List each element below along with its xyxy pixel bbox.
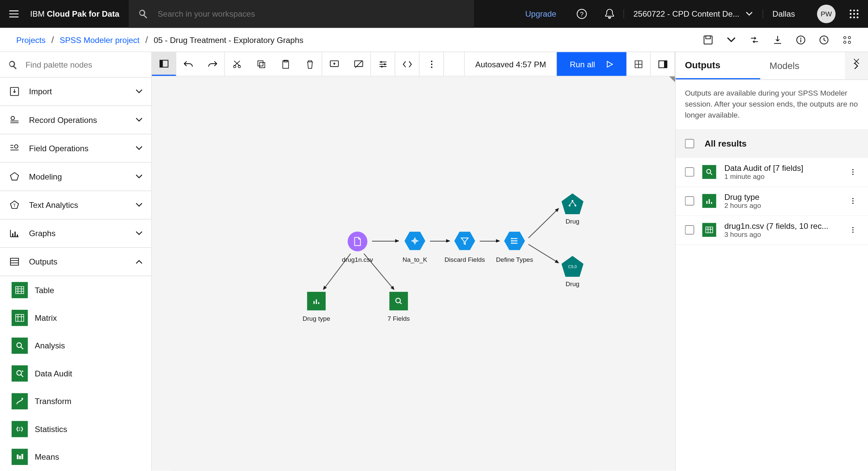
action-download[interactable] (766, 28, 789, 51)
app-switcher[interactable] (840, 0, 868, 28)
action-save[interactable] (696, 28, 720, 51)
close-panel-button[interactable] (849, 54, 863, 68)
node-model-2[interactable]: C5.0 (561, 256, 583, 277)
tb-hide-comments[interactable] (347, 52, 371, 76)
action-convert[interactable] (743, 28, 766, 51)
crumb-projects[interactable]: Projects (16, 35, 46, 44)
crumb-project[interactable]: SPSS Modeler project (60, 35, 140, 44)
svg-point-59 (511, 242, 512, 244)
output-title: Data Audit of [7 fields] (724, 163, 839, 173)
tb-grid[interactable] (626, 52, 651, 76)
action-info[interactable] (789, 28, 813, 51)
palette-item-analysis[interactable]: Analysis (0, 332, 151, 360)
code-icon (402, 59, 412, 69)
svg-point-23 (14, 145, 18, 148)
palette-cat-import[interactable]: Import (0, 78, 151, 106)
palette-cat-text[interactable]: T Text Analytics (0, 191, 151, 220)
tb-code[interactable] (395, 52, 420, 76)
account-label: 2560722 - CPD Content De... (633, 9, 739, 19)
node-model-1[interactable] (561, 194, 583, 214)
output-kebab[interactable] (847, 197, 859, 205)
svg-rect-29 (16, 287, 24, 294)
tab-models[interactable]: Models (760, 52, 845, 79)
tb-undo[interactable] (176, 52, 200, 76)
palette-cat-field[interactable]: Field Operations (0, 134, 151, 163)
notifications-button[interactable] (596, 0, 623, 28)
svg-point-67 (396, 298, 400, 303)
output-item[interactable]: Drug type 2 hours ago (676, 187, 868, 216)
flow-canvas[interactable]: drug1n.csv Na_to_K Discard Fields Define… (152, 76, 675, 471)
run-all-button[interactable]: Run all (557, 52, 626, 76)
canvas-column: Autosaved 4:57 PM Run all drug1n.csv Na_… (152, 52, 675, 471)
palette-item-means[interactable]: Means (0, 443, 151, 471)
grid-icon (633, 59, 644, 69)
tb-redo[interactable] (200, 52, 225, 76)
tb-paste[interactable] (273, 52, 298, 76)
output-item[interactable]: Data Audit of [7 fields] 1 minute ago (676, 158, 868, 187)
palette-search-input[interactable] (25, 60, 143, 69)
tb-copy[interactable] (249, 52, 273, 76)
palette-search[interactable] (0, 52, 151, 77)
palette-item-transform[interactable]: Transform (0, 388, 151, 415)
action-history[interactable] (812, 28, 836, 51)
node-output-drugtype[interactable] (307, 292, 326, 310)
output-kebab[interactable] (847, 226, 859, 234)
cut-icon (232, 59, 242, 69)
hamburger-icon (8, 8, 20, 20)
tb-cut[interactable] (225, 52, 249, 76)
help-button[interactable]: ? (568, 0, 596, 28)
region-selector[interactable]: Dallas (763, 9, 810, 19)
tb-settings[interactable] (371, 52, 395, 76)
type-icon (509, 236, 520, 246)
output-checkbox[interactable] (685, 196, 694, 205)
cat-label: Record Operations (29, 115, 135, 125)
text-analytics-icon: T (9, 199, 20, 211)
action-settings[interactable] (836, 28, 859, 51)
tb-overflow[interactable] (420, 52, 444, 76)
palette-item-statistics[interactable]: Σ Statistics (0, 415, 151, 443)
select-all-checkbox[interactable] (685, 139, 694, 148)
tb-outputs-toggle[interactable] (651, 52, 675, 76)
settings-icon (842, 34, 852, 45)
tb-palette-toggle[interactable] (152, 52, 176, 76)
node-derive[interactable] (404, 231, 425, 251)
svg-point-20 (848, 41, 851, 43)
action-save-dropdown[interactable] (720, 28, 743, 51)
hamburger-menu[interactable] (0, 0, 28, 28)
output-checkbox[interactable] (685, 225, 694, 235)
svg-line-68 (528, 208, 558, 238)
svg-rect-76 (706, 201, 707, 204)
tb-comment[interactable] (322, 52, 347, 76)
output-kebab[interactable] (847, 168, 859, 176)
tab-outputs[interactable]: Outputs (676, 52, 760, 79)
chart-icon (705, 197, 713, 205)
svg-point-31 (17, 343, 21, 347)
palette-cat-record[interactable]: Record Operations (0, 106, 151, 134)
account-selector[interactable]: 2560722 - CPD Content De... (624, 9, 763, 19)
user-avatar[interactable]: PW (817, 5, 836, 23)
global-search[interactable] (129, 0, 474, 28)
bell-icon (604, 8, 616, 20)
node-filter[interactable] (454, 231, 475, 251)
canvas-resize-handle[interactable] (669, 76, 675, 82)
palette-cat-modeling[interactable]: Modeling (0, 163, 151, 191)
svg-point-58 (511, 240, 512, 241)
svg-text:T: T (13, 203, 16, 208)
node-output-7fields[interactable] (389, 292, 408, 310)
palette-item-matrix[interactable]: Matrix (0, 304, 151, 332)
palette-item-table[interactable]: Table (0, 276, 151, 304)
svg-point-80 (852, 201, 853, 202)
palette-cat-outputs[interactable]: Outputs (0, 248, 151, 276)
tb-delete[interactable] (298, 52, 322, 76)
node-source[interactable] (348, 232, 367, 251)
global-search-input[interactable] (158, 9, 465, 19)
upgrade-link[interactable]: Upgrade (514, 9, 568, 19)
palette-cat-graphs[interactable]: Graphs (0, 220, 151, 248)
svg-point-83 (852, 227, 853, 228)
palette-item-audit[interactable]: Data Audit (0, 360, 151, 387)
node-label: drug1n.csv (342, 256, 373, 263)
file-icon (352, 236, 363, 246)
output-checkbox[interactable] (685, 167, 694, 176)
output-item[interactable]: drug1n.csv (7 fields, 10 rec... 3 hours … (676, 216, 868, 245)
node-type[interactable] (504, 231, 525, 251)
